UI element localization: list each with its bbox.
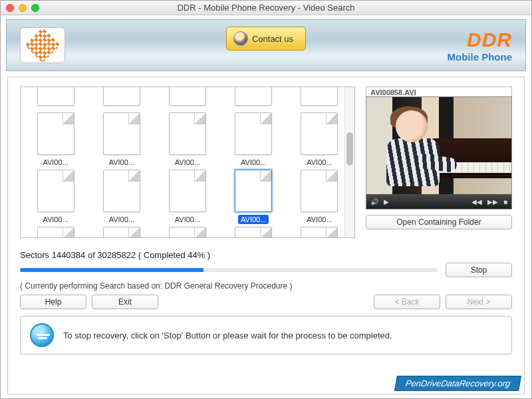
file-item[interactable]: AVI00... — [289, 170, 350, 224]
next-icon[interactable]: ▶▶ — [487, 198, 498, 205]
file-label — [185, 108, 190, 110]
file-item[interactable] — [223, 86, 285, 110]
hint-panel: To stop recovery, click on 'Stop' Button… — [20, 316, 512, 354]
document-icon — [103, 86, 140, 106]
main-content: AVI00...AVI00...AVI00...AVI00...AVI00...… — [7, 76, 525, 394]
document-icon — [301, 86, 338, 106]
file-item[interactable]: AVI00... — [223, 170, 285, 224]
file-item[interactable] — [156, 86, 218, 110]
contact-us-button[interactable]: Contact us — [226, 27, 306, 51]
document-icon — [235, 112, 272, 155]
file-label: AVI00... — [40, 215, 70, 224]
nav-buttons: Help Exit < Back Next > — [20, 295, 512, 309]
file-item[interactable] — [25, 227, 86, 238]
play-icon[interactable]: ▶ — [384, 198, 389, 205]
file-item[interactable]: AVI00... — [156, 170, 218, 224]
file-label — [119, 108, 124, 110]
brand-main: DDR — [448, 29, 513, 51]
file-item[interactable] — [90, 227, 152, 238]
document-icon — [235, 170, 272, 212]
file-item[interactable]: AVI00... — [90, 170, 152, 224]
file-label — [317, 108, 322, 110]
document-icon — [169, 170, 206, 212]
document-icon — [169, 227, 206, 238]
app-window: DDR - Mobile Phone Recovery - Video Sear… — [0, 0, 532, 399]
file-item[interactable] — [289, 86, 350, 110]
prev-icon[interactable]: ◀◀ — [471, 198, 482, 205]
file-label — [53, 108, 59, 110]
open-containing-folder-button[interactable]: Open Containing Folder — [366, 215, 512, 229]
document-icon — [103, 170, 140, 212]
app-logo — [20, 27, 65, 63]
document-icon — [37, 170, 74, 212]
progress-bar — [20, 268, 438, 272]
progress-fill — [20, 268, 203, 272]
document-icon — [37, 112, 74, 155]
file-item[interactable]: AVI00... — [289, 112, 350, 167]
stop-button[interactable]: Stop — [446, 263, 512, 277]
progress-section: Sectors 1440384 of 30285822 ( Completed … — [20, 250, 512, 291]
brand-block: DDR Mobile Phone — [448, 29, 513, 63]
file-label: AVI00... — [304, 158, 334, 167]
file-item[interactable] — [90, 86, 152, 110]
volume-icon[interactable]: 🔊 — [370, 198, 378, 205]
document-icon — [235, 227, 272, 238]
file-item[interactable] — [289, 227, 350, 238]
document-icon — [301, 227, 338, 238]
preview-frame — [366, 97, 511, 194]
file-label: AVI00... — [238, 158, 269, 167]
preview-filename: AVI00858.AVI — [370, 88, 507, 96]
file-label: AVI00... — [172, 158, 203, 167]
file-item[interactable]: AVI00... — [223, 112, 285, 167]
logo-icon — [25, 27, 61, 63]
procedure-info: ( Currently performing Search based on: … — [20, 281, 512, 291]
window-title: DDR - Mobile Phone Recovery - Video Sear… — [1, 3, 531, 13]
document-icon — [103, 112, 140, 155]
file-label: AVI00... — [238, 215, 269, 224]
file-item[interactable] — [223, 227, 285, 238]
file-item[interactable]: AVI00... — [90, 112, 152, 167]
file-label: AVI00... — [172, 215, 203, 224]
document-icon — [301, 112, 338, 155]
file-label: AVI00... — [40, 158, 70, 167]
watermark: PenDriveDataRecovery.org — [394, 376, 521, 391]
sectors-status: Sectors 1440384 of 30285822 ( Completed … — [20, 250, 512, 260]
file-item[interactable]: AVI00... — [25, 170, 86, 224]
person-icon — [233, 31, 248, 46]
exit-button[interactable]: Exit — [92, 295, 158, 309]
document-icon — [235, 86, 272, 106]
header-banner: Contact us DDR Mobile Phone — [6, 19, 526, 71]
document-icon — [301, 170, 338, 212]
file-grid: AVI00...AVI00...AVI00...AVI00...AVI00...… — [21, 86, 354, 238]
brand-sub: Mobile Phone — [448, 51, 513, 63]
document-icon — [103, 227, 140, 238]
video-controls: 🔊 ▶ ◀◀ ▶▶ ■ — [366, 194, 511, 209]
next-button[interactable]: Next > — [446, 295, 512, 309]
file-item[interactable]: AVI00... — [25, 112, 86, 167]
titlebar: DDR - Mobile Phone Recovery - Video Sear… — [1, 1, 531, 15]
contact-us-label: Contact us — [252, 34, 293, 44]
file-item[interactable] — [156, 227, 218, 238]
file-label — [251, 108, 256, 110]
document-icon — [169, 112, 206, 155]
scrollbar-thumb[interactable] — [346, 132, 353, 166]
hint-text: To stop recovery, click on 'Stop' Button… — [63, 331, 392, 340]
video-preview: 🔊 ▶ ◀◀ ▶▶ ■ — [366, 96, 512, 209]
document-icon — [169, 86, 206, 106]
file-label: AVI00... — [106, 215, 137, 224]
file-item[interactable]: AVI00... — [156, 112, 218, 167]
info-icon — [30, 323, 54, 347]
file-item[interactable] — [25, 86, 86, 110]
document-icon — [37, 86, 74, 106]
file-label: AVI00... — [106, 158, 137, 167]
file-label: AVI00... — [304, 215, 334, 224]
preview-panel: AVI00858.AVI 🔊 ▶ — [366, 86, 512, 238]
back-button[interactable]: < Back — [374, 295, 440, 309]
help-button[interactable]: Help — [20, 295, 86, 309]
file-grid-panel: AVI00...AVI00...AVI00...AVI00...AVI00...… — [20, 86, 355, 238]
stop-icon[interactable]: ■ — [503, 198, 507, 205]
document-icon — [37, 227, 74, 238]
vertical-scrollbar[interactable] — [344, 87, 354, 237]
